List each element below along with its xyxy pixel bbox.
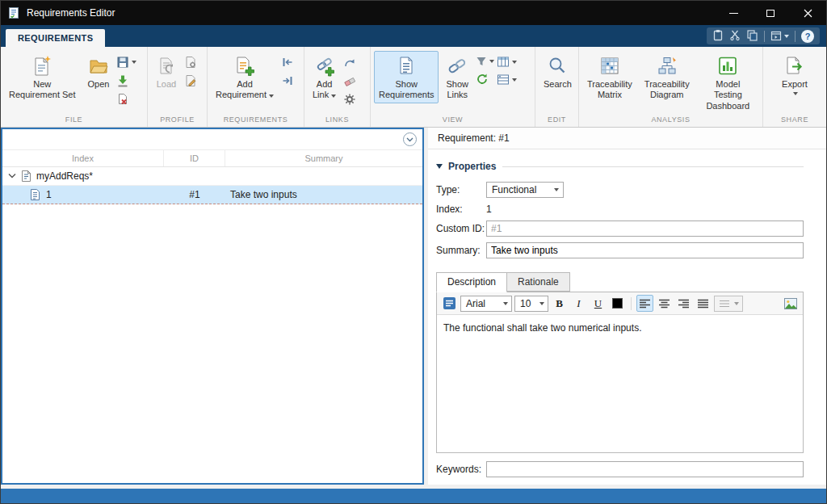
tree-expand-chevron-icon[interactable] bbox=[8, 173, 16, 179]
properties-heading[interactable]: Properties bbox=[436, 161, 804, 172]
qa-cut-button[interactable] bbox=[729, 29, 741, 44]
align-center-button[interactable] bbox=[656, 295, 673, 312]
open-button[interactable]: Open bbox=[83, 51, 115, 92]
qa-paste-button[interactable] bbox=[712, 29, 724, 44]
load-profile-icon bbox=[156, 55, 177, 77]
rich-text-editor-icon bbox=[443, 296, 456, 310]
chevron-down-icon bbox=[503, 302, 508, 305]
help-button[interactable]: ? bbox=[801, 30, 814, 43]
tab-rationale[interactable]: Rationale bbox=[507, 272, 570, 292]
links-update-button[interactable] bbox=[343, 56, 356, 69]
title-bar: Requirements Editor bbox=[1, 1, 826, 25]
model-testing-dashboard-button[interactable]: Model Testing Dashboard bbox=[697, 51, 759, 114]
browser-empty-area[interactable] bbox=[2, 204, 422, 483]
profile-section-label: PROFILE bbox=[148, 114, 207, 127]
collapse-pane-button[interactable] bbox=[403, 132, 417, 146]
column-header-id[interactable]: ID bbox=[164, 150, 225, 166]
search-button[interactable]: Search bbox=[539, 51, 577, 92]
show-links-button[interactable]: Show Links bbox=[441, 51, 473, 103]
view-section-label: VIEW bbox=[371, 114, 535, 127]
load-profile-button[interactable]: Load bbox=[151, 51, 182, 92]
type-dropdown[interactable]: Functional bbox=[486, 182, 564, 198]
tree-row-requirement-selected[interactable]: 1 #1 Take two inputs bbox=[2, 186, 422, 204]
tree-row-root[interactable]: myAddReqs* bbox=[2, 167, 422, 186]
open-folder-icon bbox=[88, 55, 109, 77]
column-header-index[interactable]: Index bbox=[2, 150, 164, 166]
chevron-down-icon bbox=[269, 94, 274, 98]
traceability-diagram-icon bbox=[657, 55, 678, 77]
demote-requirement-button[interactable] bbox=[281, 74, 294, 87]
links-small-buttons bbox=[343, 51, 356, 106]
refresh-button[interactable] bbox=[476, 73, 494, 86]
align-left-button[interactable] bbox=[636, 295, 653, 312]
file-section-content: New Requirement Set Open bbox=[1, 47, 147, 114]
profile-edit-button[interactable] bbox=[184, 74, 197, 87]
column-header-summary[interactable]: Summary bbox=[225, 150, 422, 166]
export-button[interactable]: Export bbox=[777, 51, 812, 98]
requirement-set-name: myAddReqs* bbox=[36, 170, 93, 182]
requirements-section-label: REQUIREMENTS bbox=[208, 114, 304, 127]
model-testing-dashboard-label: Model Testing Dashboard bbox=[706, 79, 749, 111]
links-clean-button[interactable] bbox=[343, 74, 356, 87]
tab-description[interactable]: Description bbox=[436, 272, 507, 292]
curved-arrow-icon bbox=[343, 56, 356, 69]
traceability-diagram-button[interactable]: Traceability Diagram bbox=[640, 51, 695, 103]
list-style-dropdown[interactable] bbox=[714, 296, 743, 312]
underline-button[interactable]: U bbox=[590, 295, 607, 312]
new-requirement-set-button[interactable]: New Requirement Set bbox=[4, 51, 81, 103]
keywords-input[interactable] bbox=[486, 461, 804, 477]
tab-requirements[interactable]: REQUIREMENTS bbox=[6, 29, 105, 47]
font-size-dropdown[interactable]: 10 bbox=[514, 296, 548, 312]
add-link-button[interactable]: Add Link bbox=[308, 51, 341, 103]
view-section: Show Requirements Show Links bbox=[371, 47, 535, 127]
maximize-icon bbox=[766, 10, 775, 17]
italic-button[interactable]: I bbox=[570, 295, 587, 312]
profile-small-buttons bbox=[184, 51, 197, 87]
add-requirement-button[interactable]: Add Requirement bbox=[211, 51, 279, 103]
promote-requirement-button[interactable] bbox=[281, 56, 294, 69]
requirement-id-cell: #1 bbox=[164, 189, 225, 200]
qa-copy-button[interactable] bbox=[746, 29, 758, 44]
requirement-summary-cell: Take two inputs bbox=[225, 189, 422, 200]
share-section: Export SHARE bbox=[763, 47, 826, 127]
summary-input[interactable] bbox=[486, 242, 804, 258]
profile-editor-button[interactable] bbox=[184, 56, 197, 69]
traceability-matrix-icon bbox=[599, 55, 620, 77]
save-button[interactable] bbox=[116, 56, 136, 69]
columns-button[interactable] bbox=[497, 56, 517, 68]
rich-text-toolbar: Arial 10 B I U bbox=[437, 292, 803, 315]
description-text-area[interactable]: The functional shall take two numerical … bbox=[437, 315, 803, 452]
requirement-index-cell: 1 bbox=[2, 188, 164, 201]
toolstrip-ribbon: New Requirement Set Open bbox=[1, 47, 826, 128]
close-button[interactable] bbox=[789, 1, 826, 25]
browser-column-headers: Index ID Summary bbox=[2, 150, 422, 167]
search-icon bbox=[548, 55, 567, 77]
show-requirements-button[interactable]: Show Requirements bbox=[374, 51, 439, 103]
qa-menu-button[interactable] bbox=[770, 31, 789, 41]
file-section: New Requirement Set Open bbox=[1, 47, 148, 127]
italic-glyph: I bbox=[577, 297, 580, 310]
view-options-button[interactable] bbox=[497, 74, 517, 86]
font-family-dropdown[interactable]: Arial bbox=[460, 296, 512, 312]
filter-button[interactable] bbox=[476, 56, 494, 67]
minimize-button[interactable] bbox=[715, 1, 752, 25]
align-center-icon bbox=[659, 299, 670, 309]
font-color-button[interactable] bbox=[609, 295, 626, 312]
profile-section: Load PROFILE bbox=[148, 47, 208, 127]
insert-image-button[interactable] bbox=[782, 295, 799, 312]
maximize-button[interactable] bbox=[752, 1, 789, 25]
font-size-value: 10 bbox=[520, 298, 531, 309]
align-justify-button[interactable] bbox=[695, 295, 712, 312]
import-button[interactable] bbox=[116, 74, 136, 87]
custom-id-input[interactable] bbox=[486, 220, 804, 237]
align-right-button[interactable] bbox=[675, 295, 692, 312]
traceability-matrix-button[interactable]: Traceability Matrix bbox=[582, 51, 637, 103]
document-gear-icon bbox=[184, 56, 197, 69]
delete-button[interactable] bbox=[116, 93, 136, 106]
rich-text-mode-button[interactable] bbox=[441, 295, 458, 312]
links-settings-button[interactable] bbox=[343, 93, 356, 106]
chevron-down-icon bbox=[331, 94, 336, 98]
analysis-section: Traceability Matrix Traceability Diagram… bbox=[579, 47, 763, 127]
profile-section-content: Load bbox=[148, 47, 207, 114]
bold-button[interactable]: B bbox=[551, 295, 568, 312]
